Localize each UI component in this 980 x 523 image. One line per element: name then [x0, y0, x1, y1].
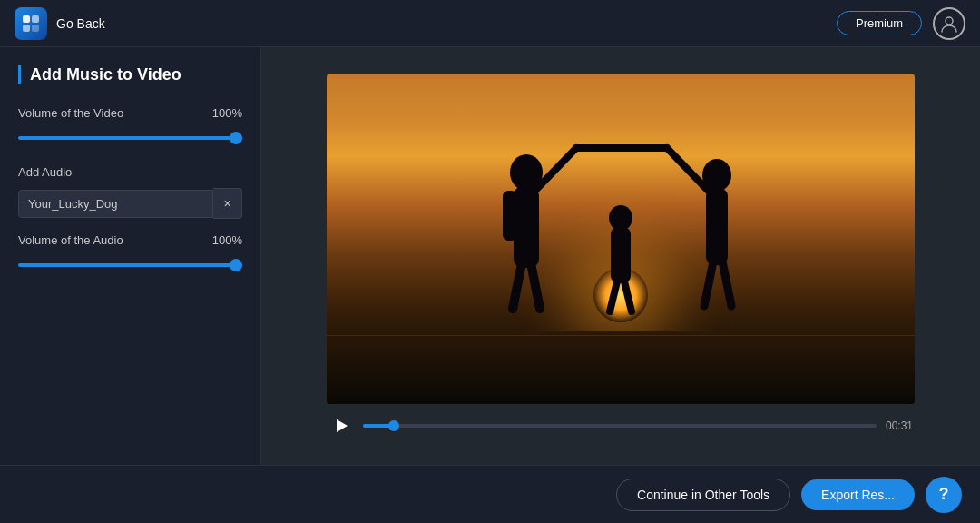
- svg-rect-12: [611, 227, 631, 283]
- header: Go Back Premium: [0, 0, 980, 47]
- audio-clear-button[interactable]: ×: [213, 188, 242, 219]
- svg-point-4: [946, 17, 953, 25]
- volume-audio-slider[interactable]: [18, 263, 242, 267]
- family-silhouette-svg: [327, 77, 915, 350]
- help-button[interactable]: ?: [926, 477, 962, 513]
- sidebar-title: Add Music to Video: [18, 65, 242, 84]
- footer: Continue in Other Tools Export Res... ?: [0, 465, 980, 523]
- silhouette-scene: [327, 74, 915, 404]
- video-controls: 00:31: [327, 413, 915, 439]
- volume-audio-value: 100%: [212, 233, 242, 247]
- video-container: [327, 74, 915, 404]
- svg-marker-21: [337, 419, 348, 432]
- video-thumbnail: [327, 74, 915, 404]
- app-icon: [15, 7, 47, 40]
- svg-rect-1: [32, 15, 39, 23]
- header-right: Premium: [837, 7, 965, 40]
- go-back-link[interactable]: Go Back: [56, 16, 105, 31]
- audio-filename-input[interactable]: [18, 190, 213, 218]
- header-left: Go Back: [15, 7, 105, 40]
- sidebar: Add Music to Video Volume of the Video 1…: [0, 47, 261, 465]
- volume-audio-label: Volume of the Audio: [18, 233, 123, 247]
- audio-input-row: ×: [18, 188, 242, 219]
- user-avatar[interactable]: [933, 7, 965, 40]
- video-area: 00:31: [261, 47, 980, 465]
- continue-other-tools-button[interactable]: Continue in Other Tools: [616, 479, 790, 511]
- video-time-display: 00:31: [886, 419, 913, 432]
- volume-video-row: Volume of the Video 100%: [18, 106, 242, 120]
- svg-line-14: [624, 281, 632, 311]
- play-button[interactable]: [328, 413, 354, 439]
- svg-line-13: [610, 281, 617, 311]
- volume-video-slider-container[interactable]: [18, 127, 242, 143]
- add-audio-label: Add Audio: [18, 165, 242, 179]
- export-button[interactable]: Export Res...: [801, 479, 915, 510]
- svg-rect-0: [23, 15, 30, 23]
- svg-line-9: [513, 263, 522, 309]
- premium-button[interactable]: Premium: [837, 11, 922, 35]
- volume-video-label: Volume of the Video: [18, 106, 123, 120]
- volume-video-value: 100%: [212, 106, 242, 120]
- svg-line-18: [704, 262, 713, 306]
- svg-line-19: [722, 262, 731, 306]
- volume-video-slider[interactable]: [18, 136, 242, 140]
- svg-rect-2: [23, 25, 30, 32]
- svg-point-11: [609, 205, 632, 231]
- volume-audio-slider-container[interactable]: [18, 254, 242, 271]
- main-content: Add Music to Video Volume of the Video 1…: [0, 47, 980, 465]
- video-progress-thumb[interactable]: [388, 420, 399, 431]
- video-progress-track[interactable]: [363, 424, 877, 428]
- svg-rect-3: [32, 25, 39, 32]
- volume-audio-row: Volume of the Audio 100%: [18, 233, 242, 247]
- svg-rect-7: [503, 191, 517, 241]
- svg-line-10: [531, 263, 540, 309]
